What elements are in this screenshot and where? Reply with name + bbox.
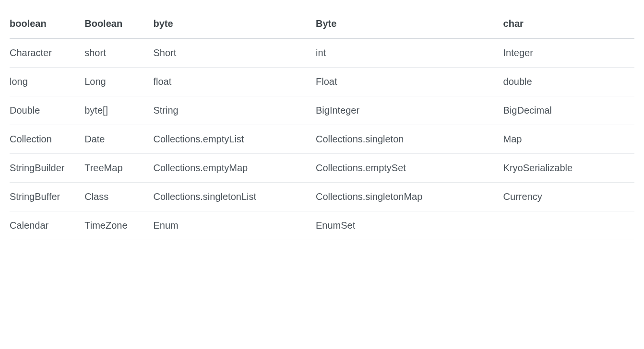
table-cell: String — [153, 96, 316, 125]
table-cell: Character — [10, 38, 84, 68]
table-header-row: boolean Boolean byte Byte char — [10, 10, 634, 38]
table-cell: Collections.emptyList — [153, 125, 316, 154]
table-cell: Date — [84, 125, 153, 154]
header-cell: byte — [153, 10, 316, 38]
table-cell: Float — [316, 68, 503, 96]
table-row: Double byte[] String BigInteger BigDecim… — [10, 96, 634, 125]
table-cell: BigDecimal — [503, 96, 634, 125]
table-cell: byte[] — [84, 96, 153, 125]
table-cell: StringBuffer — [10, 183, 84, 211]
table-cell: TreeMap — [84, 154, 153, 183]
table-cell: Short — [153, 38, 316, 68]
table-cell: Integer — [503, 38, 634, 68]
types-table: boolean Boolean byte Byte char Character… — [10, 10, 634, 240]
table-cell: int — [316, 38, 503, 68]
table-cell: KryoSerializable — [503, 154, 634, 183]
table-cell: Long — [84, 68, 153, 96]
header-cell: boolean — [10, 10, 84, 38]
header-cell: char — [503, 10, 634, 38]
table-cell: TimeZone — [84, 211, 153, 240]
table-cell — [503, 211, 634, 240]
table-row: Collection Date Collections.emptyList Co… — [10, 125, 634, 154]
table-row: Character short Short int Integer — [10, 38, 634, 68]
table-cell: short — [84, 38, 153, 68]
table-cell: StringBuilder — [10, 154, 84, 183]
table-cell: Class — [84, 183, 153, 211]
table-cell: BigInteger — [316, 96, 503, 125]
table-cell: EnumSet — [316, 211, 503, 240]
table-cell: double — [503, 68, 634, 96]
table-cell: Double — [10, 96, 84, 125]
table-cell: Enum — [153, 211, 316, 240]
table-cell: Collection — [10, 125, 84, 154]
table-cell: Map — [503, 125, 634, 154]
table-cell: Collections.singletonMap — [316, 183, 503, 211]
header-cell: Byte — [316, 10, 503, 38]
table-row: Calendar TimeZone Enum EnumSet — [10, 211, 634, 240]
table-cell: Calendar — [10, 211, 84, 240]
table-cell: Currency — [503, 183, 634, 211]
table-cell: float — [153, 68, 316, 96]
table-row: StringBuffer Class Collections.singleton… — [10, 183, 634, 211]
table-cell: Collections.singleton — [316, 125, 503, 154]
table-row: long Long float Float double — [10, 68, 634, 96]
table-cell: Collections.emptyMap — [153, 154, 316, 183]
header-cell: Boolean — [84, 10, 153, 38]
table-cell: Collections.singletonList — [153, 183, 316, 211]
table-row: StringBuilder TreeMap Collections.emptyM… — [10, 154, 634, 183]
table-cell: Collections.emptySet — [316, 154, 503, 183]
table-cell: long — [10, 68, 84, 96]
